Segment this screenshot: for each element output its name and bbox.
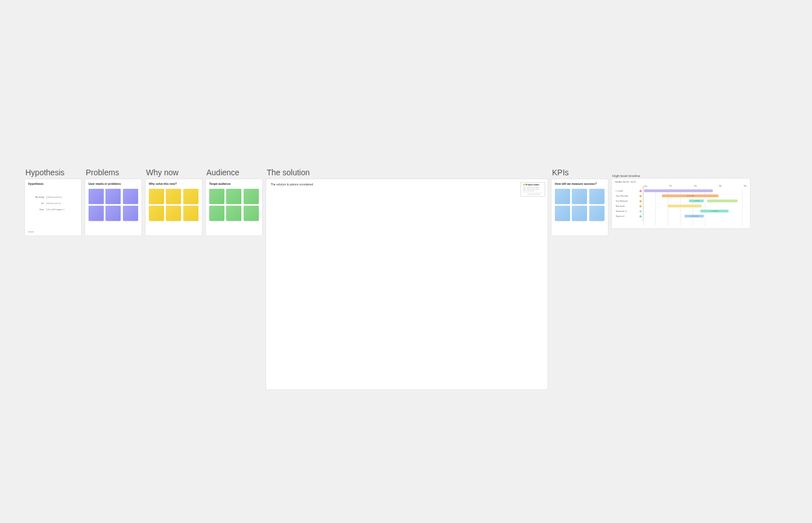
timeline-row[interactable]: Test / ResearchAnd here xyxy=(615,198,747,203)
timeline-bar[interactable] xyxy=(668,205,701,207)
sticky-grid xyxy=(209,189,259,221)
frame-timeline[interactable]: Timeline Jan 16 – Jul 17 Jan Feb Mar Apr… xyxy=(612,179,750,228)
column-whynow: Why now Why solve this now? xyxy=(145,168,202,236)
callout-heading: 👋Product leader xyxy=(523,184,543,186)
sticky-note[interactable] xyxy=(105,189,121,204)
frame-title: Why solve this now? xyxy=(149,182,198,185)
timeline-row[interactable]: Beta launch xyxy=(615,203,747,209)
sticky-note[interactable] xyxy=(209,206,224,221)
section-title-kpis: KPIs xyxy=(551,168,608,177)
section-title-whynow: Why now xyxy=(145,168,202,177)
frame-solution[interactable]: The solution & options considered 👋Produ… xyxy=(266,179,548,389)
column-hypothesis: Hypothesis Hypothesis By doing[ these ac… xyxy=(25,168,81,236)
sticky-note[interactable] xyxy=(89,189,104,204)
product-leader-callout[interactable]: 👋Product leader Hey! Make sure you add a… xyxy=(520,182,545,197)
timeline-row[interactable]: Iterate from v1User testing xyxy=(615,209,747,214)
sticky-note[interactable] xyxy=(123,206,138,221)
column-timeline: High-level timeline Timeline Jan 16 – Ju… xyxy=(612,174,750,228)
section-title-hypothesis: Hypothesis xyxy=(25,168,81,177)
timeline-bars: And here xyxy=(644,198,747,203)
timeline-bars xyxy=(644,188,747,193)
sticky-note[interactable] xyxy=(149,189,164,204)
hypothesis-row: then[ this will happen ] xyxy=(32,208,78,211)
status-dot xyxy=(639,200,642,202)
timeline-bar[interactable]: And here xyxy=(689,200,704,202)
timeline-row-label: Beta launch xyxy=(615,205,637,207)
frame-hypothesis[interactable]: Hypothesis By doing[ these actions ] for… xyxy=(25,179,81,236)
timeline-bar[interactable]: You are here xyxy=(662,194,718,197)
sticky-grid xyxy=(149,189,198,221)
timeline-bars: Kick the tyres xyxy=(644,214,747,219)
timeline-bars xyxy=(644,203,747,209)
sticky-note[interactable] xyxy=(244,206,259,221)
status-dot xyxy=(639,210,642,212)
sticky-note[interactable] xyxy=(183,206,198,221)
sticky-grid xyxy=(89,189,138,221)
sticky-note[interactable] xyxy=(105,206,121,221)
frame-title: The solution & options considered xyxy=(271,183,543,186)
timeline-tracks: 1. LaunchTask / Plan wideYou are hereTes… xyxy=(615,188,747,219)
sticky-note[interactable] xyxy=(166,206,181,221)
sticky-note[interactable] xyxy=(244,189,259,204)
canvas[interactable]: Hypothesis Hypothesis By doing[ these ac… xyxy=(25,168,750,389)
timeline-row-label: Task / Plan wide xyxy=(615,195,637,197)
column-problems: Problems User needs or problems xyxy=(85,168,142,236)
timeline-row-label: Ship live v1 xyxy=(615,215,637,218)
timeline-bar[interactable]: User testing xyxy=(700,210,729,212)
sticky-note[interactable] xyxy=(589,189,604,204)
timeline-row[interactable]: Ship live v1Kick the tyres xyxy=(615,214,747,219)
sticky-note[interactable] xyxy=(572,206,587,221)
sticky-note[interactable] xyxy=(209,189,224,204)
callout-body: Hey! Make sure you add a sticky note for… xyxy=(523,187,543,192)
section-title-audience: Audience xyxy=(206,168,262,177)
timeline-bar[interactable]: Kick the tyres xyxy=(685,215,704,218)
sticky-note[interactable] xyxy=(589,206,604,221)
timeline-bar[interactable] xyxy=(707,200,738,202)
frame-kpis[interactable]: How will we measure success? xyxy=(551,179,608,236)
sticky-note[interactable] xyxy=(226,206,241,221)
today-marker: ⊕ today xyxy=(643,186,662,188)
frame-whynow[interactable]: Why solve this now? xyxy=(145,179,202,236)
hypothesis-footer-line xyxy=(28,232,34,232)
sticky-grid xyxy=(555,189,604,221)
sticky-note[interactable] xyxy=(555,206,570,221)
sticky-note[interactable] xyxy=(572,189,587,204)
timeline-subheader: Timeline Jan 16 – Jul 17 xyxy=(615,181,747,183)
sticky-note[interactable] xyxy=(89,206,104,221)
timeline-body: ⊕ today 1. LaunchTask / Plan wideYou are… xyxy=(615,188,747,219)
sticky-note[interactable] xyxy=(123,189,138,204)
hypothesis-rows: By doing[ these actions ] for[ these use… xyxy=(28,196,78,211)
status-dot xyxy=(639,205,642,207)
timeline-row-label: Test / Research xyxy=(615,200,637,202)
sticky-note[interactable] xyxy=(555,189,570,204)
status-dot xyxy=(639,215,642,218)
column-solution: The solution The solution & options cons… xyxy=(266,168,548,389)
frame-title: User needs or problems xyxy=(89,182,138,185)
timeline-bar[interactable] xyxy=(644,189,713,192)
wave-icon: 👋 xyxy=(523,184,525,186)
hypothesis-row: By doing[ these actions ] xyxy=(32,196,78,198)
section-title-solution: The solution xyxy=(266,168,548,177)
frame-problems[interactable]: User needs or problems xyxy=(85,179,142,236)
column-kpis: KPIs How will we measure success? xyxy=(551,168,608,236)
sticky-note[interactable] xyxy=(166,189,181,204)
timeline-section-title: High-level timeline xyxy=(612,174,750,178)
timeline-row[interactable]: 1. Launch xyxy=(615,188,747,193)
frame-title: Target audience xyxy=(209,182,259,185)
status-dot xyxy=(639,195,642,197)
sticky-note[interactable] xyxy=(183,189,198,204)
timeline-bars: You are here xyxy=(644,193,747,198)
hypothesis-row: for[ these users ] xyxy=(32,202,78,205)
callout-link[interactable]: → Link to the full tutorial xyxy=(523,192,543,195)
column-audience: Audience Target audience xyxy=(206,168,262,236)
timeline-row-label: 1. Launch xyxy=(615,190,637,192)
section-title-problems: Problems xyxy=(85,168,142,177)
frame-audience[interactable]: Target audience xyxy=(206,179,262,236)
timeline-bars: User testing xyxy=(644,209,747,214)
sticky-note[interactable] xyxy=(226,189,241,204)
timeline-row[interactable]: Task / Plan wideYou are here xyxy=(615,193,747,198)
status-dot xyxy=(639,190,642,192)
frame-title: How will we measure success? xyxy=(555,182,604,185)
sticky-note[interactable] xyxy=(149,206,164,221)
frame-title: Hypothesis xyxy=(28,182,78,185)
